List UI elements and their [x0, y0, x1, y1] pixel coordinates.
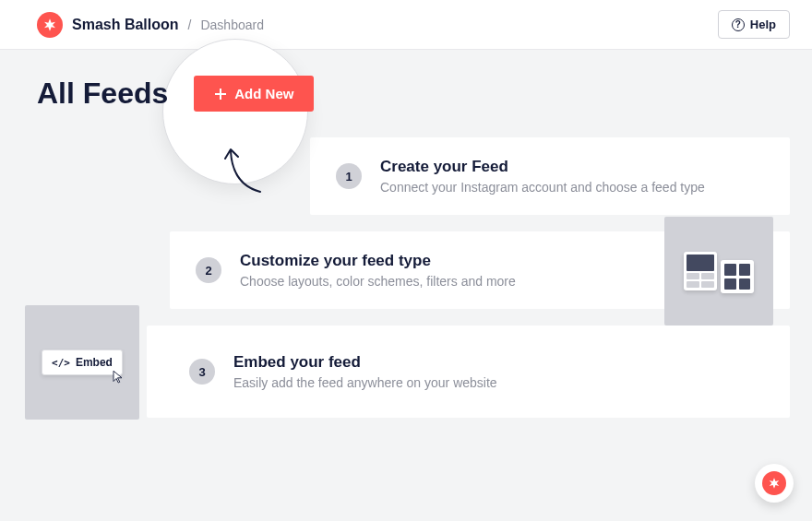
header-left: Smash Balloon / Dashboard: [37, 12, 264, 38]
add-new-label: Add New: [234, 86, 293, 101]
help-label: Help: [750, 18, 776, 31]
fab-button[interactable]: [755, 464, 794, 503]
step-badge: 3: [189, 359, 215, 385]
step-desc: Easily add the feed anywhere on your web…: [233, 375, 497, 390]
add-new-button[interactable]: Add New: [194, 76, 314, 112]
embed-chip: </> Embed: [42, 349, 123, 375]
header-bar: Smash Balloon / Dashboard ? Help: [0, 0, 812, 50]
embed-thumbnail-icon: </> Embed: [25, 305, 139, 420]
cursor-icon: [111, 369, 127, 385]
step-card-inner: 2 Customize your feed type Choose layout…: [170, 231, 790, 309]
plus-icon: [214, 88, 227, 101]
step-badge: 1: [336, 163, 362, 189]
step-desc: Choose layouts, color schemes, filters a…: [240, 274, 516, 289]
step-card-3: </> Embed 3 Embed your feed Easily add t…: [22, 326, 790, 418]
step-title: Create your Feed: [380, 158, 705, 176]
fab-logo-icon: [762, 471, 786, 495]
page-title: All Feeds: [37, 77, 168, 111]
step-card-1: 1 Create your Feed Connect your Instagra…: [22, 137, 790, 215]
breadcrumb-current: Dashboard: [200, 18, 264, 32]
page-title-row: All Feeds Add New: [0, 50, 812, 112]
step-desc: Connect your Instagram account and choos…: [380, 180, 705, 195]
step-text: Customize your feed type Choose layouts,…: [240, 252, 516, 289]
step-badge: 2: [196, 257, 221, 283]
step-card-inner: 1 Create your Feed Connect your Instagra…: [310, 137, 790, 215]
step-text: Embed your feed Easily add the feed anyw…: [233, 353, 497, 390]
layout-mini-card-icon: [684, 252, 717, 290]
help-icon: ?: [732, 18, 745, 31]
step-card-2: 2 Customize your feed type Choose layout…: [22, 231, 790, 309]
layout-mini-grid-icon: [721, 260, 754, 293]
step-text: Create your Feed Connect your Instagram …: [380, 158, 705, 195]
brand-logo-icon: [37, 12, 63, 38]
embed-chip-label: Embed: [76, 356, 113, 369]
help-button[interactable]: ? Help: [718, 10, 790, 39]
step-card-inner: </> Embed 3 Embed your feed Easily add t…: [147, 326, 790, 418]
step-title: Customize your feed type: [240, 252, 516, 270]
step-title: Embed your feed: [233, 353, 497, 372]
steps-container: 1 Create your Feed Connect your Instagra…: [0, 112, 812, 440]
breadcrumb-separator: /: [188, 18, 192, 32]
brand-name: Smash Balloon: [72, 17, 179, 33]
code-icon: </>: [52, 357, 70, 369]
layout-thumbnail-icon: [664, 217, 773, 326]
